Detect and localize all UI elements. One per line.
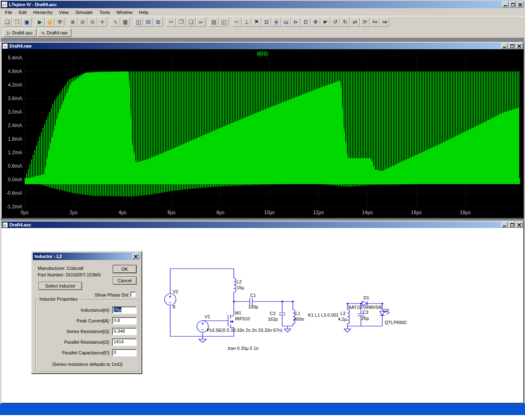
toolbar-drag-button[interactable]: ☛ [321, 18, 330, 27]
tab-draft4-asc[interactable]: ▷Draft4.asc [3, 29, 37, 37]
toolbar-inductor-button[interactable]: ɯ [281, 18, 291, 27]
toolbar-text-button[interactable]: Aa [370, 18, 379, 27]
toolbar-diode-button[interactable]: ⊳ [291, 18, 301, 27]
menu-edit[interactable]: Edit [16, 9, 30, 16]
toolbar-print-button[interactable]: ▤ [209, 18, 219, 27]
field-value-parallel-capacitance-f: 0 [114, 350, 116, 355]
toolbar-tile-vertical-button[interactable]: ◫ [134, 18, 143, 27]
toolbar-ground-button[interactable]: ⊥ [242, 18, 251, 27]
dialog-close-button[interactable] [132, 253, 139, 259]
toolbar-label-net-button[interactable]: ⚑ [252, 18, 261, 27]
toolbar-component-button[interactable]: D [301, 18, 310, 27]
schematic-tab-icon: ▷ [7, 30, 10, 36]
schematic-maximize-button[interactable] [509, 222, 515, 228]
waveform-minimize-button[interactable] [501, 43, 508, 49]
menu-file[interactable]: File [2, 9, 16, 16]
schematic-label: V2 [173, 289, 178, 294]
schematic-minimize-button[interactable] [501, 222, 508, 228]
toolbar-redo-button[interactable]: ↻ [340, 18, 350, 27]
schematic-close-button[interactable] [516, 222, 523, 228]
schematic-label: V1 [205, 314, 210, 319]
wire-icon: ✏ [235, 19, 239, 25]
field-input-peak-current-a[interactable]: 0.8 [112, 317, 137, 324]
minimize-button[interactable] [502, 2, 509, 7]
schematic-label: QTLP690C [385, 320, 407, 325]
toolbar-grid-button[interactable]: ▦ [121, 18, 130, 27]
trace-label[interactable]: I(D2) [2, 51, 523, 57]
menu-help[interactable]: Help [136, 9, 152, 16]
waveform-close-button[interactable] [516, 43, 523, 49]
menu-view[interactable]: View [56, 9, 72, 16]
ok-button[interactable]: OK [113, 265, 137, 273]
grid-icon: ▦ [123, 19, 128, 25]
toolbar-zoom-back-button[interactable]: ⊖ [78, 18, 87, 27]
toolbar-open-button[interactable]: ❒ [12, 18, 22, 27]
toolbar-rotate-button[interactable]: ⟳ [360, 18, 370, 27]
field-input-parallel-resistance[interactable]: 1414 [112, 338, 137, 346]
tab-draft4-raw[interactable]: ∿Draft4.raw [38, 29, 71, 37]
toolbar-print-preview-button[interactable]: ◱ [219, 18, 228, 27]
field-input-inductance-h[interactable]: 15µ [112, 306, 137, 314]
close-icon [517, 223, 521, 227]
schematic-label: C1 [250, 293, 256, 298]
menu-simulate[interactable]: Simulate [72, 9, 96, 16]
zoom-full-icon: ⊙ [90, 19, 95, 25]
schematic-window: ▷ Draft4.asc [1, 221, 524, 404]
schematic-area[interactable]: Inductor - L2 Manufacturer: Coilcraft Pa… [2, 228, 523, 403]
schematic-label: 25p [361, 316, 369, 321]
toolbar-resistor-button[interactable]: Ω [262, 18, 271, 27]
schematic-window-icon: ▷ [2, 222, 8, 228]
toolbar-move-button[interactable]: ✜ [311, 18, 320, 27]
toolbar-separator [229, 18, 232, 27]
app-title-bar: LT LTspice IV - Draft4.asc [1, 1, 524, 8]
rotate-icon: ⟳ [363, 19, 367, 25]
toolbar-autorange-y-button[interactable]: ∿ [111, 18, 120, 27]
waveform-window-icon: ∿ [2, 43, 8, 49]
maximize-button[interactable] [509, 2, 516, 7]
waveform-maximize-button[interactable] [509, 43, 515, 49]
waveform-canvas[interactable] [2, 49, 523, 218]
toolbar-cascade-windows-button[interactable]: ⧉ [153, 18, 163, 27]
toolbar-run-button[interactable]: ▶ [35, 18, 45, 27]
toolbar-control-panel-button[interactable]: ⚒ [55, 18, 64, 27]
schematic-label: PULSE(0 5 33.33n 2n 2n 33.33n 67n) [207, 328, 282, 333]
toolbar-mirror-button[interactable]: ⇄ [350, 18, 360, 27]
toolbar-cut-button[interactable]: ✂ [167, 18, 176, 27]
field-value-peak-current-a: 0.8 [114, 318, 120, 323]
schematic-window-title: Draft4.asc [9, 222, 31, 227]
maximize-icon [511, 3, 515, 6]
field-input-series-resistance[interactable]: 0.348 [112, 328, 137, 335]
toolbar-paste-button[interactable]: ❑ [186, 18, 196, 27]
close-button[interactable] [517, 2, 523, 7]
toolbar-tile-horizontal-button[interactable]: ⊟ [144, 18, 153, 27]
toolbar-wire-button[interactable]: ✏ [232, 18, 242, 27]
toolbar-pan-button[interactable]: ✛ [98, 18, 107, 27]
menu-window[interactable]: Window [113, 9, 136, 16]
schematic-label: 15µ [237, 285, 244, 290]
toolbar-spice-directive-button[interactable]: .op [380, 18, 389, 27]
toolbar-zoom-in-button[interactable]: ⊕ [68, 18, 78, 27]
waveform-tab-icon: ∿ [41, 30, 45, 36]
toolbar-find-button[interactable]: ∞ [196, 18, 205, 27]
x-tick-label: 18µs [456, 210, 475, 215]
menu-bar: FileEditHierarchyViewSimulateToolsWindow… [1, 8, 524, 16]
select-inductor-button[interactable]: Select Inductor [39, 282, 82, 290]
toolbar-undo-button[interactable]: ↺ [331, 18, 340, 27]
waveform-area[interactable]: I(D2) 5.4mA4.8mA4.2mA3.6mA3.0mA2.4mA1.8m… [2, 49, 523, 218]
toolbar-new-schematic-button[interactable]: ❏ [2, 18, 12, 27]
menu-tools[interactable]: Tools [96, 9, 113, 16]
mosfet-arrow [231, 320, 233, 323]
app-window: LT LTspice IV - Draft4.asc FileEditHiera… [0, 0, 525, 420]
ground-icon: ⊥ [244, 19, 249, 25]
show-phase-dot-checkbox[interactable] [130, 292, 136, 297]
toolbar-copy-button[interactable]: ❐ [176, 18, 186, 27]
toolbar-halt-button[interactable]: ✌ [45, 18, 55, 27]
menu-hierarchy[interactable]: Hierarchy [30, 9, 56, 16]
field-input-parallel-capacitance-f[interactable]: 0 [112, 349, 137, 356]
x-tick-label: 8µs [211, 210, 231, 215]
toolbar-capacitor-button[interactable]: ╪ [272, 18, 281, 27]
toolbar-save-button[interactable]: ▣ [22, 18, 32, 27]
schematic-label: D1 [363, 295, 369, 300]
cancel-button[interactable]: Cancel [113, 276, 137, 285]
toolbar-zoom-full-button[interactable]: ⊙ [88, 18, 97, 27]
